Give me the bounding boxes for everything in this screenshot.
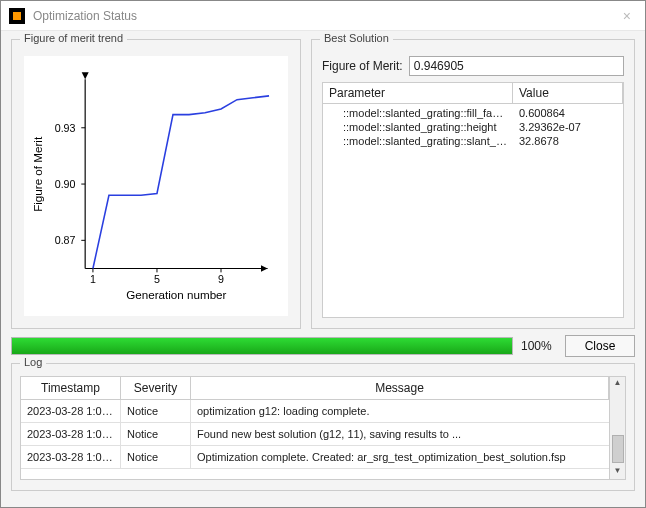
ytick-2: 0.93 [55,122,76,134]
list-item[interactable]: 2023-03-28 1:04…NoticeFound new best sol… [21,423,609,446]
group-title-trend: Figure of merit trend [20,32,127,44]
figure-of-merit-trend-group: Figure of merit trend [11,39,301,329]
parameter-table-body: ::model::slanted_grating::fill_factor0.6… [323,104,623,150]
table-row[interactable]: ::model::slanted_grating::fill_factor0.6… [323,106,623,120]
log-message: Found new best solution (g12, 11), savin… [191,423,609,445]
best-solution-group: Best Solution Figure of Merit: 0.946905 … [311,39,635,329]
log-table-head: Timestamp Severity Message [21,377,609,400]
col-timestamp[interactable]: Timestamp [21,377,121,400]
xtick-1: 5 [154,273,160,285]
progress-row: 100% Close [11,335,635,357]
log-message: Optimization complete. Created: ar_srg_t… [191,446,609,468]
parameter-table-head: Parameter Value [323,83,623,104]
list-item[interactable]: 2023-03-28 1:04…NoticeOptimization compl… [21,446,609,469]
log-table: Timestamp Severity Message 2023-03-28 1:… [20,376,626,480]
param-value: 0.600864 [513,106,623,120]
app-icon [9,8,25,24]
col-parameter[interactable]: Parameter [323,83,513,103]
progress-bar [11,337,513,355]
trend-plot: 0.87 0.90 0.93 1 5 [24,56,288,316]
param-value: 32.8678 [513,134,623,148]
list-item[interactable]: 2023-03-28 1:04…Noticeoptimization g12: … [21,400,609,423]
close-icon[interactable]: × [617,8,637,24]
fom-row: Figure of Merit: 0.946905 [322,56,624,76]
log-severity: Notice [121,423,191,445]
data-line [93,96,269,269]
log-severity: Notice [121,400,191,422]
log-timestamp: 2023-03-28 1:04… [21,446,121,468]
trend-chart-svg: 0.87 0.90 0.93 1 5 [25,57,287,315]
scroll-up-icon[interactable]: ▲ [611,377,625,391]
group-title-best: Best Solution [320,32,393,44]
optimization-status-window: Optimization Status × Figure of merit tr… [0,0,646,508]
col-severity[interactable]: Severity [121,377,191,400]
param-name: ::model::slanted_grating::fill_factor [323,106,513,120]
scroll-thumb[interactable] [612,435,624,463]
progress-percent: 100% [521,339,557,353]
parameter-table: Parameter Value ::model::slanted_grating… [322,82,624,318]
group-title-log: Log [20,356,46,368]
window-title: Optimization Status [33,9,137,23]
fom-label: Figure of Merit: [322,59,403,73]
table-row[interactable]: ::model::slanted_grating::height3.29362e… [323,120,623,134]
log-message: optimization g12: loading complete. [191,400,609,422]
close-button[interactable]: Close [565,335,635,357]
param-value: 3.29362e-07 [513,120,623,134]
col-value[interactable]: Value [513,83,623,103]
ylabel: Figure of Merit [31,136,44,212]
param-name: ::model::slanted_grating::slant_angle [323,134,513,148]
log-group: Log Timestamp Severity Message 2023-03-2… [11,363,635,491]
log-severity: Notice [121,446,191,468]
table-row[interactable]: ::model::slanted_grating::slant_angle32.… [323,134,623,148]
xtick-0: 1 [90,273,96,285]
titlebar: Optimization Status × [1,1,645,31]
log-timestamp: 2023-03-28 1:04… [21,423,121,445]
log-timestamp: 2023-03-28 1:04… [21,400,121,422]
scroll-down-icon[interactable]: ▼ [611,465,625,479]
fom-value-box: 0.946905 [409,56,624,76]
ytick-0: 0.87 [55,234,76,246]
content-area: Figure of merit trend [1,31,645,507]
ytick-1: 0.90 [55,178,76,190]
progress-fill [12,338,512,354]
top-row: Figure of merit trend [11,39,635,329]
col-message[interactable]: Message [191,377,609,400]
param-name: ::model::slanted_grating::height [323,120,513,134]
xtick-2: 9 [218,273,224,285]
log-table-body: 2023-03-28 1:04…Noticeoptimization g12: … [21,400,609,479]
log-main: Timestamp Severity Message 2023-03-28 1:… [21,377,609,479]
xlabel: Generation number [126,288,226,301]
log-scrollbar[interactable]: ▲ ▼ [609,377,625,479]
